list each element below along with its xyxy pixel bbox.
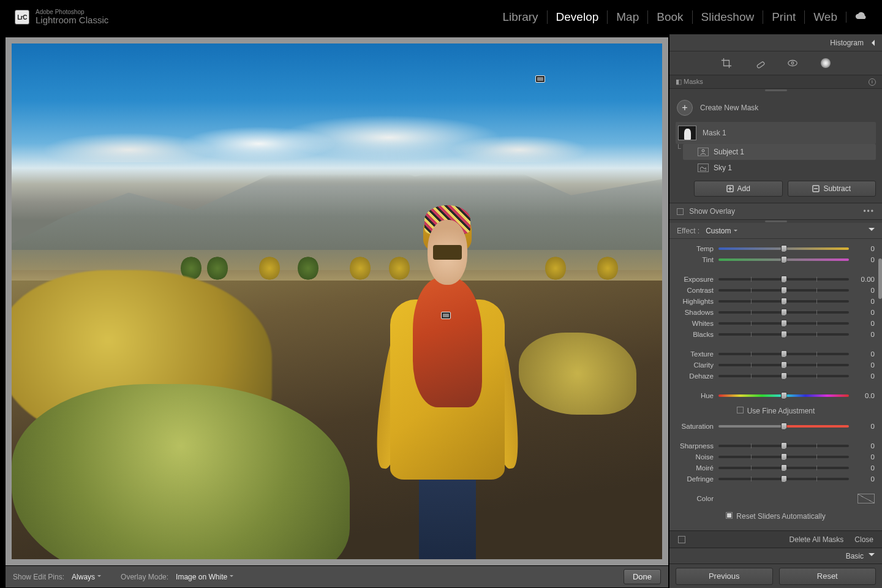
cloud-sync-icon[interactable] — [846, 12, 867, 23]
slider-sharpness[interactable]: Sharpness 0 — [677, 440, 875, 451]
slider-noise[interactable]: Noise 0 — [677, 451, 875, 462]
slider-value[interactable]: 0 — [854, 453, 875, 461]
slider-value[interactable]: 0.0 — [854, 392, 875, 399]
slider-value[interactable]: 0.00 — [854, 276, 875, 283]
slider-knob[interactable] — [781, 372, 787, 380]
slider-hue[interactable]: Hue 0.0 — [677, 390, 875, 401]
collapse-icon[interactable] — [869, 228, 875, 234]
show-overlay-checkbox[interactable] — [677, 208, 684, 215]
mask-pin-sky[interactable] — [535, 75, 545, 83]
healing-tool-icon[interactable] — [753, 57, 766, 69]
slider-tint[interactable]: Tint 0 — [677, 254, 875, 265]
mask-component-subject[interactable]: Subject 1 — [683, 144, 876, 160]
slider-value[interactable]: 0 — [854, 245, 875, 252]
edit-pins-dropdown[interactable]: Always — [72, 573, 101, 581]
slider-value[interactable]: 0 — [854, 320, 875, 327]
delete-all-masks-link[interactable]: Delete All Masks — [790, 535, 844, 544]
module-book[interactable]: Book — [647, 10, 692, 24]
basic-panel-header[interactable]: Basic — [669, 548, 882, 564]
plus-icon[interactable]: + — [677, 100, 693, 116]
create-mask-row[interactable]: + Create New Mask — [676, 96, 876, 122]
slider-knob[interactable] — [781, 276, 787, 283]
reset-auto-checkbox[interactable] — [726, 512, 733, 519]
slider-value[interactable]: 0 — [854, 256, 875, 263]
slider-knob[interactable] — [781, 309, 787, 316]
slider-highlights[interactable]: Highlights 0 — [677, 296, 875, 307]
slider-knob[interactable] — [781, 392, 787, 399]
module-map[interactable]: Map — [607, 10, 647, 24]
slider-label: Moiré — [677, 464, 714, 472]
slider-knob[interactable] — [781, 287, 787, 294]
close-masks-link[interactable]: Close — [854, 535, 873, 544]
effect-preset-dropdown[interactable]: Custom — [706, 227, 737, 235]
slider-value[interactable]: 0 — [854, 331, 875, 338]
mask-item-1[interactable]: Mask 1 — [676, 122, 876, 144]
slider-whites[interactable]: Whites 0 — [677, 318, 875, 329]
slider-knob[interactable] — [781, 442, 787, 450]
slider-value[interactable]: 0 — [854, 287, 875, 294]
canvas-area: Show Edit Pins: Always Overlay Mode: Ima… — [0, 34, 669, 588]
previous-button[interactable]: Previous — [676, 568, 773, 585]
slider-knob[interactable] — [781, 453, 787, 461]
slider-value[interactable]: 0 — [854, 475, 875, 483]
mask-component-sky[interactable]: Sky 1 — [683, 160, 876, 176]
slider-contrast[interactable]: Contrast 0 — [677, 285, 875, 296]
reset-button[interactable]: Reset — [779, 568, 876, 585]
slider-value[interactable]: 0 — [854, 423, 875, 430]
slider-value[interactable]: 0 — [854, 372, 875, 380]
show-overlay-row[interactable]: Show Overlay ••• — [669, 203, 882, 220]
photo-preview[interactable] — [12, 43, 662, 559]
redeye-tool-icon[interactable] — [786, 57, 799, 69]
slider-value[interactable]: 0 — [854, 442, 875, 450]
slider-exposure[interactable]: Exposure 0.00 — [677, 274, 875, 285]
slider-value[interactable]: 0 — [854, 464, 875, 472]
slider-knob[interactable] — [781, 361, 787, 369]
component-label: Subject 1 — [714, 148, 744, 156]
module-print[interactable]: Print — [763, 10, 804, 24]
slider-knob[interactable] — [781, 350, 787, 358]
histogram-header[interactable]: Histogram — [669, 34, 882, 51]
slider-knob[interactable] — [781, 256, 787, 263]
crop-tool-icon[interactable] — [720, 57, 733, 69]
slider-value[interactable]: 0 — [854, 361, 875, 369]
image-canvas[interactable] — [5, 37, 669, 566]
color-swatch[interactable] — [858, 494, 875, 503]
slider-knob[interactable] — [781, 464, 787, 472]
fine-adjust-checkbox[interactable] — [737, 407, 744, 413]
slider-blacks[interactable]: Blacks 0 — [677, 329, 875, 340]
slider-value[interactable]: 0 — [854, 298, 875, 305]
mask-pin-subject[interactable] — [441, 312, 451, 319]
slider-shadows[interactable]: Shadows 0 — [677, 307, 875, 318]
masking-tool-icon[interactable] — [820, 57, 832, 69]
module-slideshow[interactable]: Slideshow — [692, 10, 763, 24]
scrollbar-thumb[interactable] — [878, 258, 882, 299]
mask-subtract-button[interactable]: Subtract — [788, 181, 876, 197]
masks-panel-header[interactable]: ◧ Masks i — [669, 75, 882, 89]
more-icon[interactable]: ••• — [863, 207, 875, 216]
slider-moire[interactable]: Moiré 0 — [677, 462, 875, 473]
slider-clarity[interactable]: Clarity 0 — [677, 360, 875, 371]
done-button[interactable]: Done — [624, 569, 661, 584]
slider-defringe[interactable]: Defringe 0 — [677, 473, 875, 484]
slider-value[interactable]: 0 — [854, 309, 875, 316]
slider-knob[interactable] — [781, 245, 787, 252]
module-library[interactable]: Library — [494, 10, 547, 24]
slider-label: Highlights — [677, 298, 714, 305]
slider-texture[interactable]: Texture 0 — [677, 349, 875, 360]
module-develop[interactable]: Develop — [547, 10, 608, 24]
slider-knob[interactable] — [781, 320, 787, 327]
slider-dehaze[interactable]: Dehaze 0 — [677, 371, 875, 382]
slider-saturation[interactable]: Saturation 0 — [677, 421, 875, 432]
slider-knob[interactable] — [781, 423, 787, 430]
info-icon[interactable]: i — [869, 78, 876, 86]
brand-name: Lightroom Classic — [36, 15, 108, 26]
toggle-panel-icon[interactable] — [678, 536, 685, 543]
slider-knob[interactable] — [781, 475, 787, 483]
slider-value[interactable]: 0 — [854, 350, 875, 358]
slider-temp[interactable]: Temp 0 — [677, 243, 875, 254]
mask-add-button[interactable]: Add — [694, 181, 783, 197]
slider-knob[interactable] — [781, 298, 787, 305]
module-web[interactable]: Web — [804, 10, 846, 24]
slider-knob[interactable] — [781, 331, 787, 338]
overlay-mode-dropdown[interactable]: Image on White — [176, 573, 233, 581]
